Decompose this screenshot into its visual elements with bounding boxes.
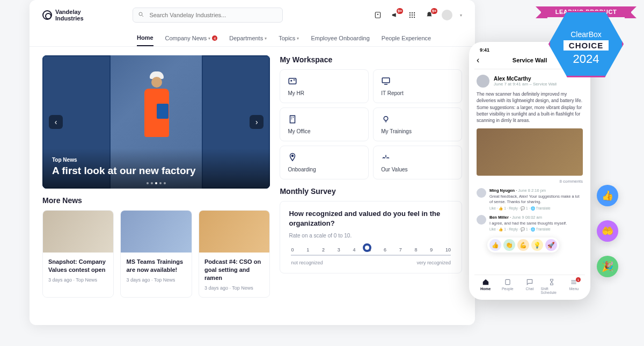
award-hex: ClearBox CHOICE 2024 [548, 11, 624, 77]
svg-rect-25 [506, 279, 510, 284]
tab-badge: 1 [576, 277, 581, 282]
news-row: Snapshot: Company Values contest open3 d… [42, 210, 270, 298]
search-box[interactable] [133, 8, 283, 23]
building-icon [288, 114, 297, 124]
bell-icon[interactable]: 9+ [425, 10, 434, 20]
nav-departments[interactable]: Departments▾ [229, 30, 267, 46]
comment-text: Great feedback, Alex! Your suggestions m… [489, 194, 583, 205]
award-brand: ClearBox [570, 30, 602, 39]
react-thumb[interactable]: 👍 [489, 239, 501, 251]
react-rocket[interactable]: 🚀 [545, 239, 557, 251]
col-right: My Workspace My HR IT Report My Office M… [280, 55, 462, 298]
react-strong[interactable]: 💪 [517, 239, 529, 251]
comment-avatar[interactable] [477, 188, 486, 198]
news-meta: 3 days ago · Top News [126, 277, 186, 283]
hero-carousel[interactable]: ‹ › Top News A first look at our new fac… [42, 55, 270, 189]
svg-point-6 [414, 12, 415, 13]
logo[interactable]: Vandelay Industries [42, 9, 84, 21]
topbar: Vandelay Industries 9+ 9+ ▾ [30, 0, 475, 27]
ws-onboarding[interactable]: Onboarding [280, 146, 369, 179]
news-card[interactable]: Snapshot: Company Values contest open3 d… [42, 210, 114, 298]
ws-label: My Trainings [381, 128, 454, 134]
search-input[interactable] [133, 8, 283, 23]
news-title: Snapshot: Company Values contest open [48, 258, 108, 274]
comment-actions[interactable]: Like · 👍 1 · Reply · 💬 1 · 🌐 Translate [489, 227, 583, 232]
ws-values[interactable]: Our Values [373, 146, 462, 179]
chevron-down-icon[interactable]: ▾ [460, 13, 462, 18]
svg-point-4 [409, 12, 411, 13]
back-button[interactable]: ‹ [477, 55, 479, 65]
col-left: ‹ › Top News A first look at our new fac… [42, 55, 270, 298]
comments-link[interactable]: 8 comments [477, 179, 583, 184]
ws-my-hr[interactable]: My HR [280, 69, 369, 103]
news-meta: 3 days ago · Top News [48, 277, 108, 283]
survey-hint: Rate on a scale of 0 to 10. [289, 233, 453, 239]
comment: Ben Miller · June 9 08:02 am I agree, an… [477, 215, 583, 232]
tab-menu[interactable]: Menu1 [563, 278, 585, 294]
news-title: MS Teams Trainings are now available! [126, 258, 186, 274]
workspace-grid: My HR IT Report My Office My Trainings O… [280, 69, 462, 179]
svg-point-24 [292, 155, 294, 157]
svg-point-0 [139, 12, 142, 16]
svg-point-10 [409, 17, 411, 18]
award-choice: CHOICE [564, 40, 609, 51]
ws-label: IT Report [381, 90, 454, 96]
news-thumb [199, 211, 269, 253]
tab-people[interactable]: People [496, 278, 518, 294]
ws-it-report[interactable]: IT Report [373, 69, 462, 103]
comment-avatar[interactable] [477, 215, 486, 225]
news-card[interactable]: Podcast #4: CSO on goal setting and rame… [199, 210, 270, 298]
nav-people-exp[interactable]: People Experience [382, 30, 431, 46]
people-icon [504, 278, 511, 286]
award-year: 2024 [573, 52, 599, 66]
megaphone-icon[interactable]: 9+ [390, 10, 400, 20]
svg-rect-16 [382, 78, 390, 83]
scale-left: not recognized [291, 260, 323, 265]
svg-point-3 [377, 14, 378, 15]
survey-question: How recognized and valued do you feel in… [289, 209, 453, 228]
svg-point-9 [414, 15, 415, 16]
svg-point-7 [409, 15, 411, 16]
ws-label: My HR [288, 90, 361, 96]
carousel-prev[interactable]: ‹ [49, 115, 63, 129]
post-image[interactable] [477, 128, 583, 176]
contacts-icon[interactable] [373, 10, 383, 20]
bubble-party-icon: 🎉 [597, 256, 618, 277]
bubble-heart-icon: 🤲 [597, 220, 618, 242]
svg-point-22 [384, 117, 388, 121]
comment-actions[interactable]: Like · 👍 1 · Reply · 💬 1 · 🌐 Translate [489, 206, 583, 211]
survey-slider[interactable]: 012345678910 not recognized very recogni… [291, 247, 451, 265]
nav-topics[interactable]: Topics▾ [279, 30, 299, 46]
news-thumb [121, 211, 191, 253]
post-avatar[interactable] [477, 75, 489, 88]
ws-label: Our Values [381, 167, 454, 172]
nav-badge: 4 [212, 35, 217, 41]
user-avatar[interactable] [442, 10, 452, 20]
react-clap[interactable]: 👏 [503, 239, 515, 251]
tab-chat[interactable]: Chat [518, 278, 540, 294]
more-news-heading: More News [42, 196, 270, 205]
bubble-thumb-icon: 👍 [597, 185, 618, 206]
reaction-picker[interactable]: 👍 👏 💪 💡 🚀 [487, 237, 559, 253]
comment: Ming Nyugen · June 8 2:16 pm Great feedb… [477, 188, 583, 211]
nav-onboarding[interactable]: Employee Onboarding [311, 30, 369, 46]
hero-tag: Top News [52, 157, 260, 163]
news-card[interactable]: MS Teams Trainings are now available!3 d… [120, 210, 192, 298]
tab-schedule[interactable]: Shift Schedule [541, 278, 563, 294]
carousel-dots [147, 182, 166, 184]
scale-track [291, 255, 451, 256]
logo-text: Vandelay Industries [55, 9, 84, 21]
nav-home[interactable]: Home [137, 30, 153, 46]
nav-company-news[interactable]: Company News▾4 [165, 30, 218, 46]
ws-trainings[interactable]: My Trainings [373, 107, 462, 141]
ws-my-office[interactable]: My Office [280, 107, 369, 141]
comment-author: Ming Nyugen [489, 188, 515, 193]
carousel-next[interactable]: › [250, 115, 264, 129]
badge: 9+ [431, 8, 437, 14]
search-icon [138, 11, 144, 18]
survey-card: How recognized and valued do you feel in… [280, 201, 462, 273]
react-idea[interactable]: 💡 [531, 239, 543, 251]
monitor-icon [381, 76, 391, 86]
apps-icon[interactable] [407, 10, 417, 20]
tab-home[interactable]: Home [474, 278, 496, 294]
